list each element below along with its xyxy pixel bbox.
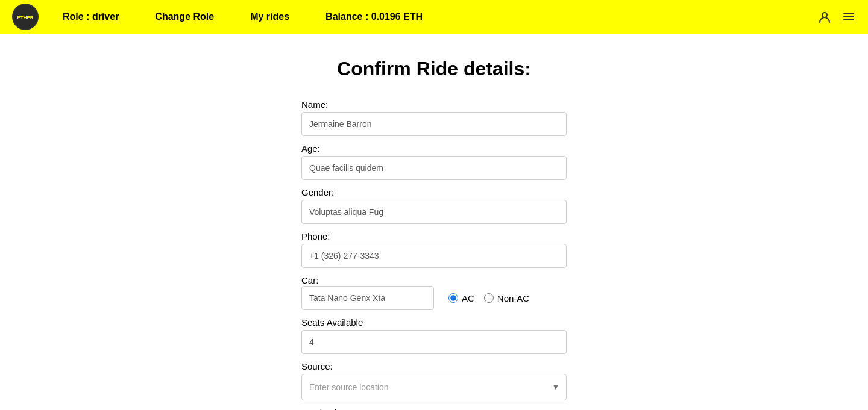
car-input-wrapper xyxy=(301,286,434,310)
page-title: Confirm Ride details: xyxy=(337,58,531,80)
seats-input[interactable] xyxy=(301,330,567,354)
ride-form: Name: Age: Gender: Phone: Car: xyxy=(301,99,567,410)
header: ETHER Role : driver Change Role My rides… xyxy=(0,0,868,34)
nonac-text: Non-AC xyxy=(497,293,529,303)
main-content: Confirm Ride details: Name: Age: Gender:… xyxy=(0,34,868,410)
ac-text: AC xyxy=(462,293,474,303)
destination-group: Destination: Enter destination location … xyxy=(301,408,567,410)
menu-icon[interactable] xyxy=(841,10,856,24)
source-select[interactable]: Enter source location xyxy=(301,374,567,400)
seats-label: Seats Available xyxy=(301,317,567,328)
user-icon[interactable] xyxy=(817,10,832,24)
header-nav: Role : driver Change Role My rides Balan… xyxy=(63,11,817,22)
seats-group: Seats Available xyxy=(301,317,567,354)
source-group: Source: Enter source location ▼ xyxy=(301,361,567,400)
phone-group: Phone: xyxy=(301,231,567,268)
header-icons xyxy=(817,10,856,24)
nav-balance: Balance : 0.0196 ETH xyxy=(326,11,423,22)
name-input[interactable] xyxy=(301,112,567,136)
nav-change-role[interactable]: Change Role xyxy=(155,11,214,22)
destination-label: Destination: xyxy=(301,408,567,410)
name-group: Name: xyxy=(301,99,567,136)
gender-input[interactable] xyxy=(301,200,567,224)
nav-role: Role : driver xyxy=(63,11,119,22)
ac-label[interactable]: AC xyxy=(448,293,474,303)
name-label: Name: xyxy=(301,99,567,110)
age-group: Age: xyxy=(301,143,567,180)
source-select-wrapper: Enter source location ▼ xyxy=(301,374,567,400)
car-row: AC Non-AC xyxy=(301,286,567,310)
car-label: Car: xyxy=(301,275,318,285)
age-label: Age: xyxy=(301,143,567,154)
ac-radio-group: AC Non-AC xyxy=(448,293,529,303)
gender-label: Gender: xyxy=(301,187,567,197)
ac-radio[interactable] xyxy=(448,293,458,303)
svg-point-2 xyxy=(822,13,827,17)
phone-input[interactable] xyxy=(301,244,567,268)
nonac-radio[interactable] xyxy=(484,293,494,303)
nav-my-rides[interactable]: My rides xyxy=(250,11,289,22)
logo[interactable]: ETHER xyxy=(12,4,39,30)
gender-group: Gender: xyxy=(301,187,567,224)
car-section: Car: AC Non-AC xyxy=(301,275,567,317)
age-input[interactable] xyxy=(301,156,567,180)
source-label: Source: xyxy=(301,361,567,371)
nonac-label[interactable]: Non-AC xyxy=(484,293,529,303)
svg-text:ETHER: ETHER xyxy=(17,15,33,20)
car-input[interactable] xyxy=(301,286,434,310)
phone-label: Phone: xyxy=(301,231,567,241)
